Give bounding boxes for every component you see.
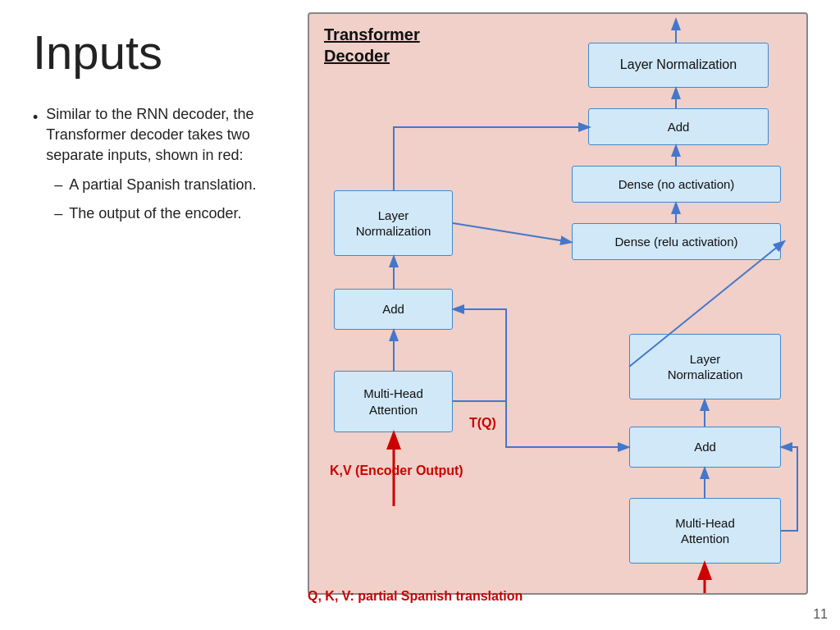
mha-right-box: Multi-Head Attention (629, 498, 781, 564)
bullet-dot: • (33, 107, 38, 128)
sub-item-1: – A partial Spanish translation. (54, 175, 279, 195)
layer-norm-left-box: Layer Normalization (334, 190, 453, 256)
dash-icon: – (54, 175, 62, 195)
svg-line-8 (453, 223, 570, 242)
dense-no-act-box: Dense (no activation) (572, 166, 781, 203)
encoder-output-label: K,V (Encoder Output) (330, 463, 463, 478)
sub-list: – A partial Spanish translation. – The o… (46, 175, 279, 224)
sub-item-2: – The output of the encoder. (54, 203, 279, 224)
diagram-container: Transformer Decoder Layer Normalization … (308, 12, 808, 595)
add-top-box: Add (588, 108, 769, 145)
bullet-item: • Similar to the RNN decoder, the Transf… (33, 104, 279, 232)
sub-item-1-text: A partial Spanish translation. (69, 175, 256, 195)
sub-item-2-text: The output of the encoder. (69, 203, 241, 224)
layer-norm-top-box: Layer Normalization (588, 43, 769, 88)
tq-label: T(Q) (469, 416, 496, 431)
add-left-box: Add (334, 289, 453, 330)
right-panel: Transformer Decoder Layer Normalization … (304, 0, 840, 630)
page-title: Inputs (33, 25, 279, 80)
diagram-title: Transformer Decoder (324, 24, 420, 66)
add-right-box: Add (629, 427, 781, 468)
dash-icon-2: – (54, 203, 62, 224)
spanish-label: Q, K, V: partial Spanish translation (308, 589, 523, 604)
mha-left-box: Multi-Head Attention (334, 371, 453, 432)
dense-relu-box: Dense (relu activation) (572, 223, 781, 260)
layer-norm-right-box: Layer Normalization (629, 334, 781, 399)
page-number: 11 (813, 607, 828, 622)
bullet-list: • Similar to the RNN decoder, the Transf… (33, 104, 279, 242)
left-panel: Inputs • Similar to the RNN decoder, the… (0, 0, 304, 630)
bullet-text: Similar to the RNN decoder, the Transfor… (46, 106, 253, 163)
